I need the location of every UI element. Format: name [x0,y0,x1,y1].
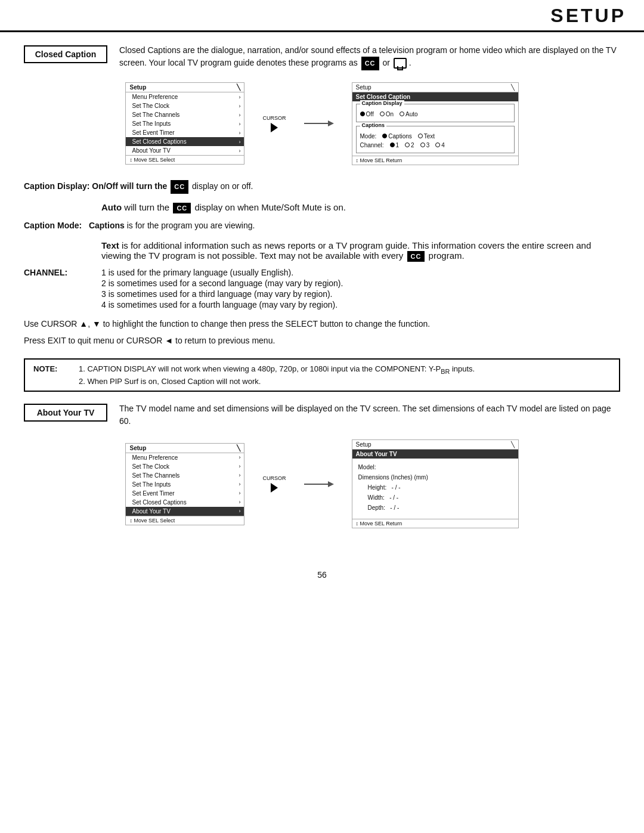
about-panel: Setup ╲ About Your TV Model: Dimensions … [352,439,519,528]
about-panel-title: Setup ╲ [352,440,518,450]
menu2-item-0: Menu Preference › [126,453,244,462]
cursor-label-1: CURSOR [262,115,286,121]
cursor-block-1: CURSOR [262,115,286,132]
cc-panel-footer: ↕ Move SEL Return [352,156,518,165]
channel-item-0: 1 is used for the primary language (usua… [101,268,343,277]
menu-box2-title: Setup ╲ [126,444,244,453]
channel-row: Channel: 1 2 3 4 [360,142,510,148]
left-menu-box-2: Setup ╲ Menu Preference › Set The Clock … [125,443,244,525]
channel-section: CHANNEL: 1 is used for the primary langu… [24,268,620,309]
auto-strong: Auto [101,202,122,212]
caption-mode-body: Caption Mode: Captions is for the progra… [24,219,620,233]
caption-display-row: Off On Auto [360,111,510,117]
channel-item-3: 4 is sometimes used for a fourth languag… [101,300,343,309]
about-tv-section: About Your TV The TV model name and set … [24,402,620,428]
menu-item-0: Menu Preference › [126,92,244,101]
menu-item-4: Set Event Timer › [126,128,244,137]
channel-item-2: 3 is sometimes used for a third language… [101,289,343,299]
off-radio-dot [360,112,365,116]
left-menu-box: Setup ╲ Menu Preference › Set The Clock … [125,82,244,165]
menu2-notch: ╲ [237,445,240,451]
note-label: NOTE: [33,364,69,386]
cursor-arrow-1 [271,123,278,132]
caption-display-body: Caption Display: On/Off will turn the CC… [24,180,620,194]
about-panel-footer: ↕ Move SEL Return [352,519,518,528]
mode-text-radio: Text [418,133,435,140]
cc-panel-title: Setup ╲ [352,83,518,92]
menu-item-2: Set The Channels › [126,110,244,119]
diagram-arrow-1 [304,117,334,129]
ch3-radio: 3 [420,142,430,148]
channel-items: 1 is used for the primary language (usua… [101,268,343,309]
cc-settings-panel: Setup ╲ Set Closed Caption Caption Displ… [352,82,519,165]
captions-section: Captions Mode: Captions Text Channel: [356,126,515,153]
menu-box-title: Setup ╲ [126,83,244,92]
menu-item-5-selected: Set Closed Captions › [126,137,244,146]
menu-item-3: Set The Inputs › [126,119,244,128]
about-diagram-area: Setup ╲ Menu Preference › Set The Clock … [24,439,620,528]
depth-row: Depth: - / - [358,503,512,513]
page-number: 56 [0,564,644,586]
text-mode-p: Text is for additional information such … [101,240,620,262]
cursor-arrow-2 [271,483,278,493]
captions-strong: Captions [89,221,125,230]
note-content: 1. CAPTION DISPLAY will not work when vi… [79,364,475,386]
cc-desc-or: or [382,58,389,67]
channel-item-1: 2 is sometimes used for a second languag… [101,278,343,288]
page-title: SETUP [550,5,626,27]
svg-marker-3 [328,481,334,487]
note-item-1: 2. When PIP Surf is on, Closed Caption w… [79,377,475,386]
ch2-radio: 2 [405,142,414,148]
menu-footer: ↕ Move SEL Select [126,155,244,164]
cc-diagram-area: Setup ╲ Menu Preference › Set The Clock … [24,82,620,165]
auto-indent-block: Auto will turn the CC display on when Mu… [24,202,620,213]
cc-badge-filled: CC [361,57,379,70]
channel-label: CHANNEL: [24,268,101,309]
caption-mode-strong: Caption Mode: [24,221,86,230]
mode-captions-dot [382,134,387,138]
cc-badge-3: CC [173,203,191,213]
menu-item-6: About Your TV › [126,146,244,155]
pr-sub: R [445,367,450,374]
ch2-dot [405,143,410,147]
about-panel-notch: ╲ [511,441,515,448]
cc-panel-notch: ╲ [511,84,515,91]
cc-period: . [409,58,411,67]
closed-caption-section: Closed Caption Closed Captions are the d… [24,44,620,70]
text-strong: Text [101,240,119,250]
menu-item-1: Set The Clock › [126,101,244,110]
cc-badge-2: CC [171,180,188,194]
ch1-radio: 1 [390,142,400,148]
ch4-radio: 4 [435,142,445,148]
menu2-item-4: Set Event Timer › [126,489,244,498]
menu-title-text: Setup [129,84,146,91]
page-header: SETUP [0,0,644,32]
closed-caption-label: Closed Caption [24,45,107,63]
height-row: Height: - / - [358,482,512,493]
menu2-item-1: Set The Clock › [126,462,244,471]
menu2-item-5: Set Closed Captions › [126,498,244,507]
auto-radio: Auto [400,111,418,117]
captions-section-title: Captions [360,122,387,128]
caption-display-title: Caption Display [360,100,404,106]
about-tv-label: About Your TV [24,404,107,422]
note-box: NOTE: 1. CAPTION DISPLAY will not work w… [24,358,620,392]
caption-display-p1: Caption Display: On/Off will turn the CC… [24,180,620,194]
cursor-note-line1: Use CURSOR ▲, ▼ to highlight the functio… [24,318,620,331]
svg-marker-1 [328,120,334,126]
menu2-item-6-selected: About Your TV › [126,507,244,516]
menu-title-notch: ╲ [237,84,240,91]
model-row: Model: [358,462,512,472]
menu2-item-3: Set The Inputs › [126,480,244,489]
main-content: Closed Caption Closed Captions are the d… [0,32,644,564]
on-radio: On [380,111,394,117]
about-tv-description: The TV model name and set dimensions wil… [119,402,620,428]
menu2-item-2: Set The Channels › [126,471,244,480]
tv-icon [394,58,407,69]
width-row: Width: - / - [358,493,512,503]
off-radio: Off [360,111,374,117]
note-item-0: 1. CAPTION DISPLAY will not work when vi… [79,364,475,375]
caption-display-section: Caption Display Off On Auto [356,104,515,122]
about-panel-active: About Your TV [352,450,518,459]
menu2-footer: ↕ Move SEL Select [126,516,244,525]
